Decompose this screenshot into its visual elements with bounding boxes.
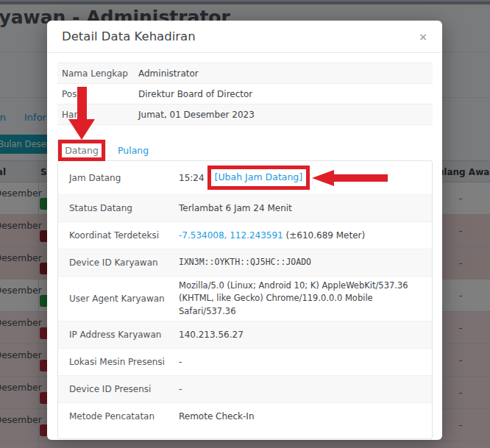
detail-row-lokasi-mesin: Lokasi Mesin Presensi - (58, 348, 432, 375)
row-label: Lokasi Mesin Presensi (69, 357, 179, 367)
row-value: Administrator (138, 68, 199, 79)
row-label: User Agent Karyawan (69, 294, 179, 304)
row-value: Mozilla/5.0 (Linux; Android 10; K) Apple… (179, 280, 421, 318)
row-label: Nama Lengkap (62, 68, 138, 79)
annotation-arrow-down-shaft (77, 87, 87, 120)
detail-row-ip-address: IP Address Karyawan 140.213.56.27 (58, 321, 432, 348)
employee-info-table: Nama Lengkap Administrator Posisi Direkt… (57, 63, 433, 125)
row-value: - (179, 383, 421, 396)
ubah-jam-datang-link[interactable]: [Ubah Jam Datang] (215, 171, 303, 185)
annotation-arrow-left (312, 170, 388, 186)
detail-row-status-datang: Status Datang Terlambat 6 Jam 24 Menit (58, 194, 432, 221)
row-value: Direktur Board of Director (138, 89, 252, 99)
modal-header: Detail Data Kehadiran × (47, 21, 442, 53)
row-label: Jam Datang (69, 173, 179, 183)
detail-row-koordinat: Koordinat Terdeteksi -7.534008, 112.2435… (58, 221, 432, 249)
info-row-posisi: Posisi Direktur Board of Director (57, 84, 433, 104)
row-label: Posisi (62, 89, 138, 99)
detail-row-jam-datang: Jam Datang 15:24 [Ubah Jam Datang] (58, 161, 432, 194)
annotation-arrow-left-shaft (334, 174, 388, 182)
row-label: Device ID Karyawan (69, 257, 179, 268)
row-value: -7.534008, 112.243591 (±610.689 Meter) (179, 229, 421, 242)
annotation-arrow-left-head (312, 170, 334, 186)
close-icon[interactable]: × (419, 32, 427, 42)
info-row-hari: Hari Jumat, 01 Desember 2023 (57, 104, 433, 125)
row-value: IXN3M::OYKTH::QJ5HC::JOADO (179, 256, 421, 269)
tab-datang[interactable]: Datang (57, 139, 106, 161)
modal-body: Nama Lengkap Administrator Posisi Direkt… (47, 53, 442, 439)
tab-pulang[interactable]: Pulang (118, 145, 149, 156)
row-value: - (179, 355, 421, 369)
screen: Data Kehadiran Karyawan - Administrator … (0, 0, 490, 448)
row-label: Device ID Presensi (69, 384, 179, 394)
detail-row-user-agent: User Agent Karyawan Mozilla/5.0 (Linux; … (58, 276, 432, 321)
row-label: IP Address Karyawan (69, 330, 179, 340)
row-label: Status Datang (69, 203, 179, 213)
row-value: 140.213.56.27 (179, 328, 421, 341)
detail-row-device-id-karyawan: Device ID Karyawan IXN3M::OYKTH::QJ5HC::… (58, 249, 432, 276)
modal-title: Detail Data Kehadiran (62, 29, 196, 43)
detail-row-device-id-presensi: Device ID Presensi - (58, 375, 432, 402)
detail-row-metode: Metode Pencatatan Remote Check-In (58, 402, 432, 430)
tab-datang-label: Datang (65, 145, 99, 156)
row-label: Metode Pencatatan (69, 411, 179, 422)
info-row-nama: Nama Lengkap Administrator (57, 63, 433, 84)
row-value: Remote Check-In (179, 410, 421, 423)
annotation-box-ubah: [Ubah Jam Datang] (207, 166, 310, 190)
datang-detail-card: Jam Datang 15:24 [Ubah Jam Datang] (57, 160, 433, 439)
row-value: Jumat, 01 Desember 2023 (138, 110, 255, 120)
attendance-tabs: Datang Pulang (57, 139, 433, 161)
row-value: 15:24 [Ubah Jam Datang] (179, 166, 421, 190)
annotation-arrow-down-head (68, 119, 95, 140)
attendance-detail-modal: Detail Data Kehadiran × Nama Lengkap Adm… (47, 21, 442, 440)
koordinat-accuracy: (±610.689 Meter) (283, 230, 365, 241)
row-label: Hari (62, 110, 138, 120)
koordinat-link[interactable]: -7.534008, 112.243591 (179, 230, 283, 241)
jam-datang-value: 15:24 (179, 171, 205, 185)
row-label: Koordinat Terdeteksi (69, 230, 179, 241)
row-value: Terlambat 6 Jam 24 Menit (179, 202, 421, 215)
